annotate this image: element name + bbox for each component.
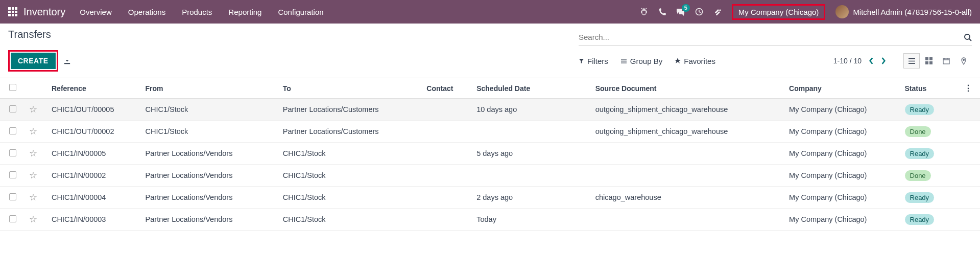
activities-icon[interactable]: [695, 8, 703, 16]
row-star-icon[interactable]: ☆: [29, 148, 37, 158]
filters-button[interactable]: Filters: [579, 57, 608, 65]
view-switcher: [903, 53, 972, 69]
select-all-checkbox[interactable]: [9, 84, 16, 91]
col-contact[interactable]: Contact: [422, 78, 472, 99]
groupby-button[interactable]: Group By: [620, 57, 662, 65]
company-selector[interactable]: My Company (Chicago): [732, 4, 826, 20]
tools-icon[interactable]: [713, 8, 722, 16]
row-checkbox[interactable]: [9, 149, 16, 156]
list-icon: [620, 58, 627, 64]
cell-from: Partner Locations/Vendors: [141, 143, 279, 165]
col-reference[interactable]: Reference: [47, 78, 141, 99]
cell-reference: CHIC1/OUT/00002: [47, 121, 141, 143]
nav-operations[interactable]: Operations: [128, 8, 165, 16]
table-row[interactable]: ☆CHIC1/OUT/00005CHIC1/StockPartner Locat…: [0, 99, 980, 121]
apps-launcher[interactable]: [8, 7, 17, 16]
row-star-icon[interactable]: ☆: [29, 126, 37, 136]
search-input[interactable]: [579, 31, 964, 43]
pager-next[interactable]: [881, 57, 886, 64]
cell-status: Done: [901, 121, 960, 143]
cell-date: 10 days ago: [472, 99, 591, 121]
col-scheduled[interactable]: Scheduled Date: [472, 78, 591, 99]
avatar: [835, 5, 849, 18]
row-checkbox[interactable]: [9, 127, 16, 134]
cell-reference: CHIC1/IN/00005: [47, 143, 141, 165]
nav-products[interactable]: Products: [182, 8, 212, 16]
view-calendar[interactable]: [938, 53, 954, 69]
nav-reporting[interactable]: Reporting: [228, 8, 261, 16]
star-icon: [675, 58, 681, 64]
pager-text[interactable]: 1-10 / 10: [833, 57, 862, 65]
create-button-highlight: CREATE: [8, 50, 58, 72]
view-list[interactable]: [903, 53, 920, 69]
cell-company: My Company (Chicago): [785, 187, 900, 209]
search-area: [579, 29, 972, 46]
cell-to: CHIC1/Stock: [279, 187, 422, 209]
import-icon[interactable]: [63, 57, 71, 65]
cell-contact: [422, 121, 472, 143]
svg-rect-6: [943, 58, 949, 64]
row-star-icon[interactable]: ☆: [29, 214, 37, 224]
row-star-icon[interactable]: ☆: [29, 170, 37, 180]
view-map[interactable]: [955, 53, 972, 69]
cell-date: 2 days ago: [472, 187, 591, 209]
favorites-button[interactable]: Favorites: [675, 57, 715, 65]
row-star-icon[interactable]: ☆: [29, 104, 37, 115]
nav-overview[interactable]: Overview: [80, 8, 112, 16]
row-checkbox[interactable]: [9, 171, 16, 178]
cell-status: Ready: [901, 99, 960, 121]
svg-point-7: [963, 59, 965, 60]
page-title: Transfers: [8, 29, 51, 40]
phone-icon[interactable]: [658, 8, 666, 16]
table-row[interactable]: ☆CHIC1/IN/00002Partner Locations/Vendors…: [0, 165, 980, 187]
messages-badge: 5: [682, 4, 690, 12]
row-checkbox[interactable]: [9, 215, 16, 222]
col-status[interactable]: Status: [901, 78, 960, 99]
nav-right: 5 My Company (Chicago) Mitchell Admin (4…: [640, 4, 972, 20]
row-checkbox[interactable]: [9, 193, 16, 200]
app-brand[interactable]: Inventory: [23, 6, 65, 18]
cell-source: chicago_warehouse: [591, 187, 785, 209]
apps-grid-icon: [8, 7, 17, 16]
cell-source: outgoing_shipment_chicago_warehouse: [591, 99, 785, 121]
cell-reference: CHIC1/IN/00003: [47, 209, 141, 231]
table-row[interactable]: ☆CHIC1/IN/00004Partner Locations/Vendors…: [0, 187, 980, 209]
columns-menu-icon[interactable]: ⋮: [964, 84, 972, 93]
table-row[interactable]: ☆CHIC1/OUT/00002CHIC1/StockPartner Locat…: [0, 121, 980, 143]
view-kanban[interactable]: [921, 53, 937, 69]
cell-reference: CHIC1/IN/00002: [47, 165, 141, 187]
table-row[interactable]: ☆CHIC1/IN/00003Partner Locations/Vendors…: [0, 209, 980, 231]
cell-company: My Company (Chicago): [785, 209, 900, 231]
cell-source: [591, 165, 785, 187]
nav-configuration[interactable]: Configuration: [278, 8, 323, 16]
col-source[interactable]: Source Document: [591, 78, 785, 99]
search-icon[interactable]: [964, 33, 972, 41]
cell-reference: CHIC1/IN/00004: [47, 187, 141, 209]
col-from[interactable]: From: [141, 78, 279, 99]
table-row[interactable]: ☆CHIC1/IN/00005Partner Locations/Vendors…: [0, 143, 980, 165]
svg-point-1: [965, 34, 970, 39]
pager-prev[interactable]: [869, 57, 874, 64]
cell-to: CHIC1/Stock: [279, 209, 422, 231]
cell-date: 5 days ago: [472, 143, 591, 165]
cell-contact: [422, 143, 472, 165]
transfers-table: Reference From To Contact Scheduled Date…: [0, 78, 980, 231]
svg-rect-4: [925, 61, 928, 64]
col-company[interactable]: Company: [785, 78, 900, 99]
navbar: Inventory Overview Operations Products R…: [0, 0, 980, 24]
row-checkbox[interactable]: [9, 105, 16, 112]
cell-source: outgoing_shipment_chicago_warehouse: [591, 121, 785, 143]
messages-icon[interactable]: 5: [676, 8, 685, 16]
cell-company: My Company (Chicago): [785, 165, 900, 187]
cell-to: CHIC1/Stock: [279, 165, 422, 187]
row-star-icon[interactable]: ☆: [29, 192, 37, 202]
cell-source: [591, 209, 785, 231]
debug-icon[interactable]: [640, 8, 648, 16]
cell-to: Partner Locations/Customers: [279, 121, 422, 143]
user-menu[interactable]: Mitchell Admin (47819756-15-0-all): [835, 5, 972, 18]
user-name: Mitchell Admin (47819756-15-0-all): [853, 8, 972, 16]
cell-status: Ready: [901, 209, 960, 231]
svg-rect-3: [929, 57, 933, 60]
create-button[interactable]: CREATE: [11, 53, 56, 69]
col-to[interactable]: To: [279, 78, 422, 99]
